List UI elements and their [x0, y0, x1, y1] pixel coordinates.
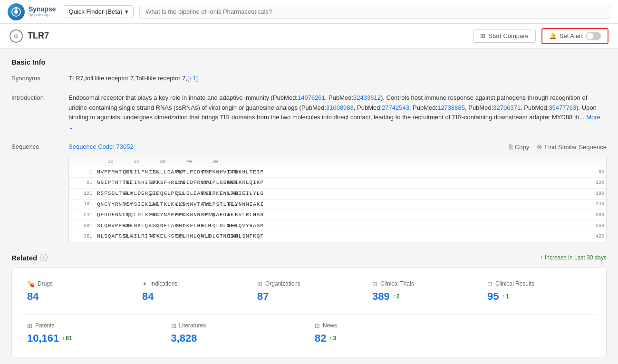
set-alert-label: Set Alert	[560, 32, 583, 39]
increase-label: Increase in Last 30 days	[545, 254, 607, 261]
seq-start-num: 361	[71, 233, 97, 240]
related-item-count: 95 ↑1	[487, 290, 591, 303]
intro-text-1: Endosomal receptor that plays a key role…	[68, 94, 298, 101]
seq-chunk: QLLSLEANNI	[175, 190, 202, 198]
seq-end-num: 240	[578, 201, 604, 208]
patent-icon: ⊞	[27, 322, 32, 329]
increase-text: ↑ Increase in Last 30 days	[540, 254, 607, 261]
seq-chunk: TVLPSTLTEL	[202, 201, 228, 209]
sep6: , PubMed:	[521, 104, 549, 111]
related-item[interactable]: ⊟ Literatures 3,828	[165, 318, 309, 348]
related-item-label: Drugs	[38, 280, 53, 287]
seq-start-num: 121	[71, 190, 97, 198]
related-info-icon: i	[40, 254, 48, 261]
sequence-ruler: 10 20 30 40 50	[69, 156, 606, 167]
seq-data: MVFPMWTLKRQILILFNIILISKLLGARWFPKTLPCDVTL…	[97, 168, 578, 177]
ruler-30: 30	[150, 158, 176, 166]
copy-icon: ⎘	[509, 143, 513, 151]
sequence-row: 121RSFSGLTVLKSLYLDGNQLLEIPQGLPPSLQLLSLEA…	[69, 189, 606, 200]
seq-chunk: SLKILRIRGY	[123, 232, 149, 241]
ruler-40: 40	[176, 158, 202, 166]
related-item[interactable]: ✦ Indications 84	[136, 277, 251, 307]
seq-chunk: KNINKLQELD	[123, 222, 149, 230]
search-input[interactable]	[139, 5, 610, 19]
inc-arrow-icon: ↑	[62, 335, 65, 342]
related-item[interactable]: ⊡ News 82 ↑3	[309, 318, 453, 348]
synonyms-more-link[interactable]: [+1]	[187, 75, 198, 82]
seq-end-num: 120	[578, 179, 604, 187]
finder-label: Quick Finder (Beta)	[69, 8, 123, 15]
seq-chunk: VFKELKSFNL	[149, 232, 175, 241]
alert-icon: 🔔	[549, 32, 557, 39]
introduction-value: Endosomal receptor that plays a key role…	[68, 93, 607, 133]
related-item-count: 84	[27, 290, 131, 303]
seq-chunk: VLDLGTNFIK	[202, 232, 228, 241]
ruler-20: 20	[124, 158, 150, 166]
related-item-count: 3,828	[171, 332, 304, 345]
introduction-row: Introduction Endosomal receptor that pla…	[11, 93, 607, 133]
logo-icon	[8, 3, 25, 20]
seq-start-num: 61	[71, 179, 97, 187]
pubmed2-link[interactable]: 32433612	[353, 94, 381, 101]
related-item[interactable]: 💊 Drugs 84	[21, 277, 136, 307]
related-item-count: 84	[142, 290, 246, 303]
svg-point-1	[14, 10, 18, 14]
seq-chunk: FSIRKENLTE	[202, 190, 228, 198]
org-icon: ⊞	[257, 280, 262, 287]
more-link[interactable]: More	[586, 114, 600, 121]
seq-chunk: SLIQLDLSFN	[202, 222, 228, 230]
logo-sub: by patsnap	[29, 13, 56, 18]
related-item-header: ✦ Indications	[142, 280, 246, 287]
seq-chunk: QNCYYRNPCY	[97, 201, 123, 209]
intro-sep1: , PubMed:	[325, 94, 353, 101]
related-item-count: 87	[257, 290, 361, 303]
seq-chunk: LKDNNVTAVP	[175, 201, 202, 209]
seq-chunk: APCKNNNSPLQ	[175, 211, 202, 220]
alert-toggle[interactable]	[586, 32, 601, 40]
pubmed7-link[interactable]: 35477763	[549, 104, 576, 111]
seq-start-num: 181	[71, 201, 97, 208]
trial-icon: ⊟	[372, 280, 377, 287]
pubmed4-link[interactable]: 27742543	[382, 104, 409, 111]
seq-chunk: PKTLPCDVTL	[175, 168, 202, 177]
seq-chunk: MCIKRLQIKP	[228, 179, 254, 187]
count-value: 389	[372, 290, 390, 303]
seq-start-num: 1	[71, 169, 97, 176]
start-compare-button[interactable]: ⊞ Start Compare	[473, 29, 536, 43]
basic-info-title: Basic Info	[11, 58, 607, 66]
seq-chunk: IANLSMFKQF	[228, 232, 254, 241]
count-value: 10,161	[27, 332, 59, 345]
seq-chunk: LSQNFLAKET	[149, 222, 175, 230]
inc-number: 3	[333, 335, 336, 342]
set-alert-button[interactable]: 🔔 Set Alert	[541, 28, 608, 44]
indication-icon: ✦	[142, 280, 147, 287]
pubmed5-link[interactable]: 12738885	[437, 104, 465, 111]
related-item-label: Indications	[150, 280, 177, 287]
page-title: TLR7	[28, 31, 473, 41]
related-item-header: ⊡ News	[315, 322, 447, 329]
sequence-row: 1MVFPMWTLKRQILILFNIILISKLLGARWFPKTLPCDVT…	[69, 167, 606, 178]
pubmed3-link[interactable]: 31608988	[326, 104, 354, 111]
pubmed1-link[interactable]: 14976261	[298, 94, 325, 101]
more-chevron: ⌄	[68, 124, 74, 131]
related-item-header: 💊 Drugs	[27, 280, 131, 287]
sequence-row: 181QNCYYRNPCYVSYSIEKDAFLNLTKLKVLSLKDNNVT…	[69, 200, 606, 211]
sequence-rows[interactable]: 1MVFPMWTLKRQILILFNIILISKLLGARWFPKTLPCDVT…	[69, 167, 606, 242]
copy-button[interactable]: ⎘ Copy	[509, 143, 529, 151]
sequence-code-link[interactable]: Sequence Code: 73052	[68, 142, 134, 152]
seq-chunk: ISKLLGARWF	[149, 168, 175, 177]
sep5: , PubMed:	[465, 104, 493, 111]
lit-icon: ⊟	[171, 322, 176, 329]
related-item[interactable]: ⊡ Clinical Results 95 ↑1	[482, 277, 597, 307]
seq-chunk: NLSQAFSSLK	[97, 232, 123, 241]
find-similar-button[interactable]: ⊛ Find Similar Sequence	[537, 143, 607, 151]
seq-chunk: SLQHVPPRWF	[97, 222, 123, 230]
seq-end-num: 180	[578, 190, 604, 198]
related-item[interactable]: ⊞ Patents 10,161 ↑81	[21, 318, 165, 348]
related-item[interactable]: ⊞ Organizations 87	[251, 277, 367, 307]
finder-dropdown[interactable]: Quick Finder (Beta) ▾	[64, 5, 134, 18]
pubmed6-link[interactable]: 32706371	[493, 104, 521, 111]
seq-chunk: IPVNAFDALT	[202, 211, 228, 220]
related-item[interactable]: ⊟ Clinical Trials 389 ↑2	[367, 277, 482, 307]
sequence-row: Sequence Sequence Code: 73052 ⎘ Copy ⊛ F…	[11, 142, 607, 242]
